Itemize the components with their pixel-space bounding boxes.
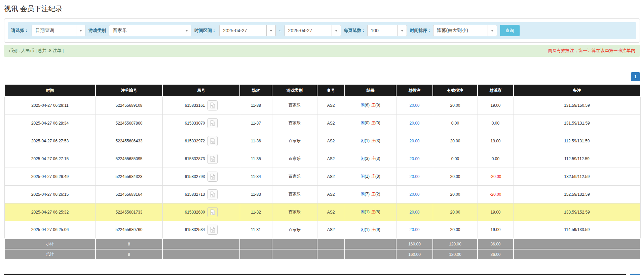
table-row[interactable]: 2025-04-27 06:27:15 522455685095 6158328… [4, 150, 640, 168]
table-row[interactable]: 2025-04-27 06:25:32 522455681733 6158326… [4, 203, 640, 221]
cell-table-no: AS2 [317, 185, 345, 203]
table-row[interactable]: 2025-04-27 06:26:49 522455684323 6158327… [4, 168, 640, 185]
page-size-caret-button[interactable] [397, 25, 407, 36]
cell-session: 11-37 [240, 114, 272, 132]
total-bet-link[interactable]: 20.00 [409, 192, 419, 197]
round-number: 615833070 [185, 121, 205, 126]
header-remark: 备注 [514, 84, 640, 96]
sort-caret-button[interactable] [488, 25, 497, 36]
video-replay-button[interactable] [207, 118, 218, 128]
query-type-caret-button[interactable] [76, 25, 85, 36]
game-type-select[interactable] [109, 25, 191, 36]
date-to-caret-button[interactable] [332, 25, 341, 36]
sort-select[interactable] [433, 25, 497, 36]
page-1-button[interactable]: 1 [631, 72, 640, 81]
cell-total-bet: 20.00 [396, 185, 433, 203]
pagination: 1 [4, 72, 640, 81]
cell-payout: -20.00 [478, 168, 514, 185]
total-empty [162, 249, 240, 260]
result-banker-score: (3) [375, 156, 380, 161]
subtotal-row: 小计 8 160.00 120.00 36.00 [4, 239, 640, 249]
cell-bet-id: 522455680760 [96, 221, 162, 239]
sort-value[interactable] [433, 25, 488, 36]
cell-game-type: 百家乐 [272, 221, 317, 239]
video-replay-button[interactable] [207, 100, 218, 110]
table-row[interactable]: 2025-04-27 06:29:11 522455689108 6158331… [4, 96, 640, 114]
header-valid-bet: 有效投注 [433, 84, 478, 96]
header-payout: 总派彩 [478, 84, 514, 96]
cell-game-type: 百家乐 [272, 132, 317, 150]
subtotal-empty [272, 239, 317, 249]
result-player-score: (1) [365, 138, 370, 143]
cell-total-bet: 20.00 [396, 132, 433, 150]
summary-bar: 币别 : 人民币 | 总共 :8 注单 | 同局有效投注，统一计算在该局第一张注… [4, 45, 640, 57]
cell-round: 615832793 [162, 168, 240, 185]
cell-round: 615832534 [162, 221, 240, 239]
game-type-caret-button[interactable] [182, 25, 191, 36]
result-player-label: 闲 [361, 210, 365, 214]
video-replay-button[interactable] [207, 207, 218, 217]
total-bet-link[interactable]: 20.00 [409, 210, 419, 215]
header-table-no: 桌号 [317, 84, 345, 96]
total-bet-link[interactable]: 20.00 [409, 139, 419, 143]
video-replay-button[interactable] [207, 172, 218, 182]
page-size-value[interactable] [368, 25, 397, 36]
cell-bet-id: 522455686433 [96, 132, 162, 150]
round-number: 615833161 [185, 103, 205, 108]
result-banker-score: (9) [375, 227, 380, 232]
cell-bet-id: 522455683164 [96, 185, 162, 203]
total-bet-link[interactable]: 20.00 [409, 227, 419, 232]
cell-valid-bet: 20.00 [433, 168, 478, 185]
query-type-select[interactable] [32, 25, 85, 36]
total-bet-link[interactable]: 20.00 [409, 103, 419, 108]
total-payout: 36.00 [478, 249, 514, 260]
date-from-value[interactable] [220, 25, 266, 36]
page-size-select[interactable] [367, 25, 407, 36]
date-from-caret-button[interactable] [266, 25, 275, 36]
cell-time: 2025-04-27 06:26:49 [4, 168, 96, 185]
video-replay-button[interactable] [207, 225, 218, 235]
cell-bet-id: 522455684323 [96, 168, 162, 185]
result-banker-label: 庄 [371, 192, 375, 196]
total-empty [514, 249, 640, 260]
cell-payout: 19.00 [478, 132, 514, 150]
valid-bet-note: 同局有效投注，统一计算在该局第一张注单内 [548, 48, 635, 54]
cell-session: 11-31 [240, 221, 272, 239]
table-row[interactable]: 2025-04-27 06:28:34 522455687860 6158330… [4, 114, 640, 132]
date-to-picker[interactable] [285, 25, 341, 36]
result-player-label: 闲 [361, 174, 365, 179]
cell-table-no: AS2 [317, 221, 345, 239]
video-replay-button[interactable] [207, 136, 218, 146]
result-player-label: 闲 [361, 156, 365, 161]
round-number: 615832873 [185, 156, 205, 161]
table-row[interactable]: 2025-04-27 06:26:15 522455683164 6158327… [4, 185, 640, 203]
result-player-label: 闲 [361, 227, 365, 232]
total-bet-link[interactable]: 20.00 [409, 121, 419, 126]
game-type-value[interactable] [109, 25, 182, 36]
total-bet-link[interactable]: 20.00 [409, 156, 419, 161]
total-bet-link[interactable]: 20.00 [409, 174, 419, 179]
total-empty [240, 249, 272, 260]
cell-table-no: AS2 [317, 96, 345, 114]
header-session: 场次 [240, 84, 272, 96]
date-to-value[interactable] [285, 25, 332, 36]
cell-game-type: 百家乐 [272, 114, 317, 132]
cell-round: 615833161 [162, 96, 240, 114]
result-banker-label: 庄 [371, 227, 375, 232]
date-from-picker[interactable] [219, 25, 276, 36]
table-row[interactable]: 2025-04-27 06:27:53 522455686433 6158329… [4, 132, 640, 150]
result-banker-score: (8) [375, 210, 380, 214]
result-banker-score: (9) [375, 103, 380, 107]
header-round: 局号 [162, 84, 240, 96]
video-replay-button[interactable] [207, 154, 218, 164]
search-button[interactable]: 查询 [500, 25, 520, 36]
cell-table-no: AS2 [317, 150, 345, 168]
next-pagination-edge[interactable] [630, 274, 640, 275]
query-type-value[interactable] [32, 25, 76, 36]
table-row[interactable]: 2025-04-27 06:25:06 522455680760 6158325… [4, 221, 640, 239]
cell-remark: 131.59/150.59 [514, 96, 640, 114]
cell-time: 2025-04-27 06:27:53 [4, 132, 96, 150]
filter-bar: 请选择： 游戏类别 时间区间： ~ 每页笔数 : [8, 22, 636, 39]
video-file-icon [209, 102, 216, 109]
video-replay-button[interactable] [207, 189, 218, 199]
